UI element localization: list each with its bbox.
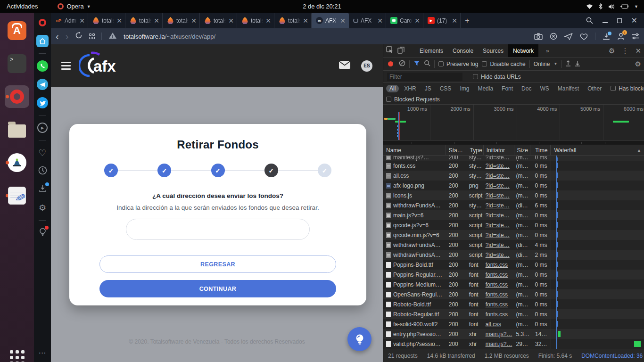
record-button[interactable] bbox=[388, 61, 393, 66]
downloads-icon[interactable] bbox=[603, 33, 610, 40]
clock[interactable]: 2 de dic 20:21 bbox=[0, 3, 644, 10]
network-request-row[interactable]: all.css200sty…?id=ste…(m…0 ms bbox=[383, 171, 644, 181]
network-overview-timeline[interactable]: 1000 ms2000 ms3000 ms4000 ms5000 ms6000 … bbox=[383, 105, 644, 145]
checkbox-icon[interactable] bbox=[438, 61, 444, 66]
import-har-icon[interactable] bbox=[565, 60, 571, 68]
network-request-row[interactable]: OpenSans-Regul…200fontfonts.css(m…0 ms bbox=[383, 289, 644, 299]
column-initiator[interactable]: Initiator bbox=[484, 145, 514, 155]
blocked-requests-checkbox[interactable]: Blocked Requests bbox=[386, 96, 440, 103]
opera-menu-button[interactable] bbox=[36, 16, 49, 29]
step-2-done[interactable]: ✓ bbox=[157, 164, 171, 177]
system-tray[interactable]: ▼ bbox=[586, 3, 644, 9]
dock-item-text-editor[interactable] bbox=[5, 184, 29, 207]
network-request-row[interactable]: fa-solid-900.woff2200fontall.css(m…0 ms bbox=[383, 319, 644, 329]
dock-item-opera[interactable] bbox=[5, 85, 29, 108]
type-filter-other[interactable]: Other bbox=[584, 85, 605, 92]
tab-close-button[interactable]: ✕ bbox=[79, 17, 85, 24]
tab-close-button[interactable]: ✕ bbox=[377, 17, 383, 24]
adblock-icon[interactable] bbox=[550, 33, 557, 40]
initiator-link[interactable]: fonts.css bbox=[486, 281, 508, 288]
initiator-link[interactable]: fonts.css bbox=[486, 311, 508, 318]
sidebar-item-downloads[interactable] bbox=[36, 183, 49, 196]
browser-tab[interactable]: AFX -✕ bbox=[349, 13, 386, 28]
sidebar-item-history[interactable] bbox=[36, 165, 49, 177]
initiator-link[interactable]: ?id=ste… bbox=[486, 222, 510, 229]
type-filter-all[interactable]: All bbox=[386, 85, 399, 92]
tab-close-button[interactable]: ✕ bbox=[340, 17, 346, 24]
inspect-icon[interactable] bbox=[386, 46, 394, 55]
disable-cache-checkbox[interactable]: Disable cache bbox=[482, 61, 525, 67]
browser-tab[interactable]: totals✕ bbox=[125, 13, 163, 28]
sidebar-item-speed-dial[interactable] bbox=[36, 35, 49, 47]
reload-button[interactable] bbox=[75, 32, 83, 41]
initiator-link[interactable]: all.css bbox=[486, 321, 501, 328]
initiator-link[interactable]: ?id=ste… bbox=[486, 192, 510, 199]
browser-tab[interactable]: totals✕ bbox=[200, 13, 237, 28]
column-time[interactable]: Time bbox=[530, 145, 551, 155]
back-button[interactable]: ‹ bbox=[56, 32, 59, 41]
back-button[interactable]: REGRESAR bbox=[99, 255, 336, 273]
network-request-row[interactable]: Poppins-Medium…200fontfonts.css(m…0 ms bbox=[383, 280, 644, 289]
sidebar-item-player[interactable]: ▶ bbox=[36, 122, 49, 134]
initiator-link[interactable]: ?id=ste… bbox=[486, 182, 510, 189]
network-request-row[interactable]: Poppins-Regular.…200fontfonts.css(m…0 ms bbox=[383, 270, 644, 280]
address-bar[interactable]: totalsoftware.la/~afxuser/dev/app/ bbox=[124, 33, 215, 40]
easy-setup-icon[interactable] bbox=[632, 33, 639, 40]
browser-tab[interactable]: ▶(17) E✕ bbox=[423, 13, 461, 28]
network-request-row[interactable]: withdrawFundsA…200script?id=ste…(di…4 ms bbox=[383, 240, 644, 250]
devtools-tab-network[interactable]: Network bbox=[508, 44, 538, 57]
step-3-done[interactable]: ✓ bbox=[211, 164, 225, 177]
network-request-row[interactable]: qrcode.js?v=6200script?id=ste…(m…0 ms bbox=[383, 220, 644, 230]
close-button[interactable]: ✕ bbox=[631, 17, 637, 25]
browser-tab[interactable]: totals✕ bbox=[237, 13, 274, 28]
initiator-link[interactable]: ?id=ste… bbox=[486, 212, 510, 219]
dock-item-android-studio[interactable] bbox=[5, 151, 29, 174]
type-filter-doc[interactable]: Doc bbox=[518, 85, 535, 92]
checkbox-icon[interactable] bbox=[473, 74, 478, 79]
new-tab-button[interactable]: + bbox=[461, 13, 474, 28]
initiator-link[interactable]: ?id=ste… bbox=[486, 156, 510, 161]
type-filter-js[interactable]: JS bbox=[421, 85, 435, 92]
dock-item-terminal[interactable]: >_ bbox=[5, 52, 29, 75]
tab-close-button[interactable]: ✕ bbox=[452, 17, 457, 24]
browser-tab[interactable]: afxAFX -✕ bbox=[312, 13, 349, 28]
initiator-link[interactable]: main.js?… bbox=[486, 341, 512, 347]
column-status[interactable]: Sta… bbox=[446, 145, 467, 155]
devtools-settings-icon[interactable]: ⚙ bbox=[609, 47, 615, 54]
step-5-pending[interactable]: ✓ bbox=[318, 164, 331, 177]
clear-icon[interactable] bbox=[399, 60, 405, 68]
browser-tab[interactable]: Carol✕ bbox=[386, 13, 423, 28]
type-filter-ws[interactable]: WS bbox=[537, 85, 552, 92]
kebab-menu-icon[interactable]: ⋮ bbox=[621, 47, 628, 54]
help-fab[interactable] bbox=[347, 327, 372, 351]
browser-tab[interactable]: totals✕ bbox=[163, 13, 200, 28]
network-request-row[interactable]: qrcode.min.js?v=6200script?id=ste…(m…0 m… bbox=[383, 230, 644, 240]
type-filter-css[interactable]: CSS bbox=[437, 85, 455, 92]
initiator-link[interactable]: fonts.css bbox=[486, 262, 508, 268]
initiator-link[interactable]: fonts.css bbox=[486, 291, 508, 298]
devtools-close-icon[interactable]: ✕ bbox=[635, 47, 641, 54]
filter-input[interactable] bbox=[387, 73, 462, 81]
column-type[interactable]: Type bbox=[467, 145, 484, 155]
initiator-link[interactable]: ?id=ste… bbox=[486, 163, 510, 169]
bookmark-heart-icon[interactable] bbox=[580, 33, 588, 40]
filter-icon[interactable] bbox=[413, 60, 420, 67]
initiator-link[interactable]: ?id=ste… bbox=[486, 173, 510, 179]
type-filter-xhr[interactable]: XHR bbox=[401, 85, 419, 92]
device-toolbar-icon[interactable] bbox=[397, 47, 405, 55]
profile-icon[interactable]: ! bbox=[617, 33, 625, 40]
sidebar-item-telegram[interactable] bbox=[36, 78, 49, 90]
initiator-link[interactable]: ?id=ste… bbox=[486, 252, 510, 258]
chevron-down-icon[interactable]: ▼ bbox=[634, 4, 638, 9]
column-name[interactable]: Name bbox=[383, 145, 446, 155]
browser-tab[interactable]: totals✕ bbox=[88, 13, 125, 28]
network-request-row[interactable]: withdrawFundsA…200script?id=ste…(di…2 ms bbox=[383, 250, 644, 260]
language-badge[interactable]: ES bbox=[361, 60, 372, 72]
checkbox-icon[interactable] bbox=[386, 97, 391, 102]
devtools-tab-sources[interactable]: Sources bbox=[478, 44, 508, 57]
tab-close-button[interactable]: ✕ bbox=[414, 17, 420, 24]
network-request-row[interactable]: icons.js200script?id=ste…(m…0 ms bbox=[383, 190, 644, 200]
network-settings-icon[interactable]: ⚙ bbox=[635, 60, 641, 67]
address-input[interactable] bbox=[126, 219, 310, 240]
continue-button[interactable]: CONTINUAR bbox=[99, 280, 336, 297]
